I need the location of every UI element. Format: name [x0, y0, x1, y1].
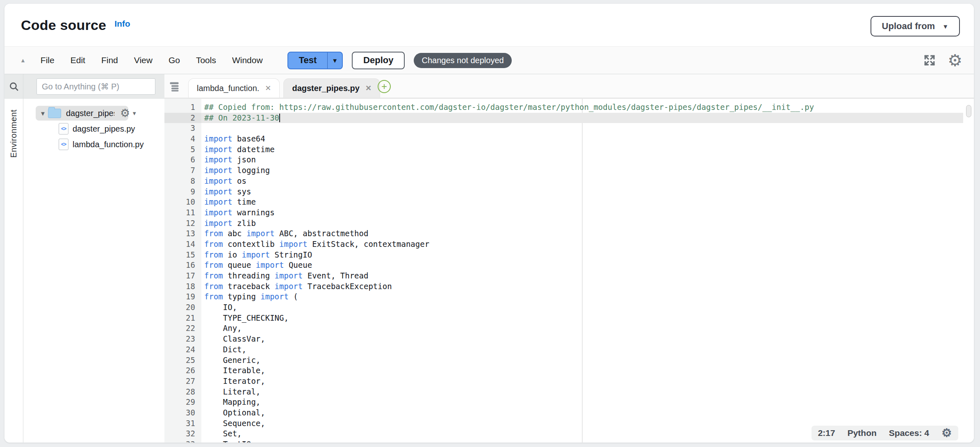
search-icon[interactable]: [5, 74, 23, 99]
gutter-line-number[interactable]: 14: [164, 239, 201, 250]
code-text[interactable]: import warnings: [201, 208, 275, 218]
settings-gear-icon[interactable]: ⚙: [948, 52, 962, 68]
gutter-line-number[interactable]: 13: [164, 228, 201, 239]
tab-dagster_pipes.py[interactable]: dagster_pipes.py✕: [283, 78, 380, 98]
code-text[interactable]: from typing import (: [201, 292, 298, 302]
tab-list-icon[interactable]: [169, 81, 180, 94]
code-text[interactable]: Literal,: [201, 387, 260, 397]
gutter-line-number[interactable]: 15: [164, 250, 201, 260]
gutter-line-number[interactable]: 4: [164, 134, 201, 144]
code-text[interactable]: Optional,: [201, 408, 265, 418]
gutter-line-number[interactable]: 30: [164, 408, 201, 418]
code-text[interactable]: import os: [201, 176, 246, 187]
gutter-line-number[interactable]: 33: [164, 439, 201, 443]
test-button[interactable]: Test ▼: [287, 52, 343, 69]
menu-item-view[interactable]: View: [132, 54, 155, 67]
gutter-line-number[interactable]: 1: [164, 102, 201, 113]
new-tab-button[interactable]: +: [378, 80, 391, 93]
code-text[interactable]: Iterable,: [201, 365, 265, 376]
code-text[interactable]: Set,: [201, 429, 242, 439]
deploy-button[interactable]: Deploy: [352, 52, 405, 69]
code-text[interactable]: import time: [201, 197, 256, 208]
code-text[interactable]: import datetime: [201, 144, 275, 155]
language-mode[interactable]: Python: [848, 428, 877, 438]
gutter-line-number[interactable]: 32: [164, 429, 201, 439]
code-text[interactable]: Iterator,: [201, 376, 265, 387]
gutter-line-number[interactable]: 16: [164, 260, 201, 271]
menu-item-go[interactable]: Go: [166, 54, 182, 67]
code-text[interactable]: Any,: [201, 323, 242, 334]
gutter-line-number[interactable]: 8: [164, 176, 201, 187]
gutter-line-number[interactable]: 18: [164, 281, 201, 292]
code-text[interactable]: import zlib: [201, 218, 256, 229]
info-link[interactable]: Info: [114, 19, 130, 29]
code-text[interactable]: Generic,: [201, 355, 260, 366]
code-text[interactable]: from queue import Queue: [201, 260, 312, 271]
folder-expand-caret-icon[interactable]: ▼: [40, 110, 48, 117]
tree-file-row[interactable]: <>lambda_function.py: [23, 137, 164, 152]
tab-close-icon[interactable]: ✕: [265, 84, 271, 93]
gutter-line-number[interactable]: 27: [164, 376, 201, 387]
code-text[interactable]: import logging: [201, 165, 270, 176]
code-text[interactable]: ## Copied from: https://raw.githubuserco…: [201, 102, 814, 113]
goto-anything-input[interactable]: [36, 78, 155, 95]
gutter-line-number[interactable]: 10: [164, 197, 201, 208]
code-text[interactable]: from abc import ABC, abstractmethod: [201, 228, 368, 239]
tree-file-row[interactable]: <>dagster_pipes.py: [23, 121, 164, 137]
code-text[interactable]: from threading import Event, Thread: [201, 271, 368, 281]
gutter-line-number[interactable]: 3: [164, 123, 201, 134]
code-text[interactable]: import sys: [201, 187, 251, 197]
code-text[interactable]: Dict,: [201, 344, 246, 355]
code-text[interactable]: from traceback import TracebackException: [201, 281, 392, 292]
gutter-line-number[interactable]: 24: [164, 344, 201, 355]
code-text[interactable]: import base64: [201, 134, 265, 144]
editor-scrollbar[interactable]: [966, 105, 971, 117]
statusbar-gear-icon[interactable]: ⚙: [941, 427, 952, 439]
fullscreen-icon[interactable]: [923, 54, 936, 67]
gutter-line-number[interactable]: 23: [164, 334, 201, 344]
gutter-line-number[interactable]: 25: [164, 355, 201, 366]
menu-item-window[interactable]: Window: [230, 54, 265, 67]
gutter-line-number[interactable]: 9: [164, 187, 201, 197]
code-text[interactable]: ## On 2023-11-30: [201, 113, 280, 123]
gutter-line-number[interactable]: 26: [164, 365, 201, 376]
gutter-line-number[interactable]: 20: [164, 302, 201, 313]
gutter-line-number[interactable]: 5: [164, 144, 201, 155]
menu-item-find[interactable]: Find: [99, 54, 121, 67]
gutter-line-number[interactable]: 12: [164, 218, 201, 229]
environment-panel-tab[interactable]: Environment: [9, 109, 18, 158]
gutter-line-number[interactable]: 11: [164, 208, 201, 218]
menu-item-edit[interactable]: Edit: [68, 54, 88, 67]
menu-item-file[interactable]: File: [38, 54, 57, 67]
folder-settings-gear-icon[interactable]: ⚙: [120, 108, 130, 119]
gutter-line-number[interactable]: 28: [164, 387, 201, 397]
gutter-line-number[interactable]: 21: [164, 313, 201, 324]
code-text[interactable]: TextIO,: [201, 439, 256, 443]
code-text[interactable]: import json: [201, 155, 256, 165]
gutter-line-number[interactable]: 6: [164, 155, 201, 165]
collapse-panel-icon[interactable]: ▲: [20, 57, 26, 64]
gutter-line-number[interactable]: 19: [164, 292, 201, 302]
menu-item-tools[interactable]: Tools: [194, 54, 219, 67]
tree-folder-row[interactable]: ▼dagster_pipes_funct⚙▼: [23, 105, 164, 121]
gutter-line-number[interactable]: 7: [164, 165, 201, 176]
gutter-line-number[interactable]: 29: [164, 397, 201, 408]
cursor-position[interactable]: 2:17: [818, 428, 835, 438]
code-text[interactable]: from contextlib import ExitStack, contex…: [201, 239, 429, 250]
code-editor[interactable]: 1## Copied from: https://raw.githubuserc…: [164, 99, 974, 443]
gutter-line-number[interactable]: 31: [164, 418, 201, 429]
code-text[interactable]: IO,: [201, 302, 237, 313]
code-text[interactable]: Mapping,: [201, 397, 260, 408]
code-text[interactable]: TYPE_CHECKING,: [201, 313, 289, 324]
gutter-line-number[interactable]: 22: [164, 323, 201, 334]
indentation-setting[interactable]: Spaces: 4: [889, 428, 929, 438]
code-text[interactable]: from io import StringIO: [201, 250, 312, 260]
gutter-line-number[interactable]: 17: [164, 271, 201, 281]
code-text[interactable]: ClassVar,: [201, 334, 265, 344]
folder-settings-caret-icon[interactable]: ▼: [132, 110, 137, 116]
code-text[interactable]: Sequence,: [201, 418, 265, 429]
test-dropdown-caret-icon[interactable]: ▼: [327, 52, 342, 68]
upload-from-button[interactable]: Upload from ▼: [871, 16, 960, 36]
code-text[interactable]: [201, 123, 204, 134]
tab-lambda_function[interactable]: lambda_function.✕: [188, 78, 280, 98]
